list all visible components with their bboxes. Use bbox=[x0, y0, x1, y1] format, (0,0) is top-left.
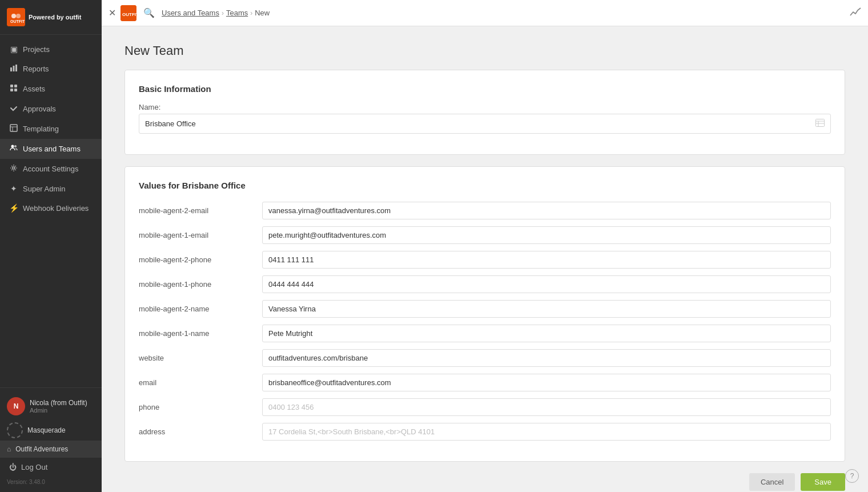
outfit-logo: OUTFIT bbox=[7, 8, 25, 26]
topbar-logo: OUTFIT bbox=[120, 5, 136, 21]
values-input-phone[interactable] bbox=[262, 398, 831, 416]
svg-rect-11 bbox=[10, 125, 17, 131]
svg-rect-6 bbox=[15, 65, 17, 71]
breadcrumb-users-and-teams[interactable]: Users and Teams bbox=[162, 9, 219, 17]
values-val bbox=[262, 325, 831, 342]
super-admin-icon: ✦ bbox=[9, 184, 18, 193]
values-key: address bbox=[139, 427, 253, 436]
svg-rect-10 bbox=[14, 89, 17, 91]
org-name: Outfit Adventures bbox=[15, 445, 68, 453]
values-table: mobile-agent-2-email mobile-agent-1-emai… bbox=[139, 202, 831, 441]
breadcrumb-new: New bbox=[255, 9, 270, 17]
sidebar-item-label: Approvals bbox=[23, 105, 56, 113]
table-icon bbox=[815, 119, 825, 129]
org-icon: ⌂ bbox=[7, 445, 11, 453]
values-input-website[interactable] bbox=[262, 349, 831, 367]
breadcrumb: Users and Teams › Teams › New bbox=[162, 9, 270, 17]
values-val bbox=[262, 226, 831, 244]
values-input-email[interactable] bbox=[262, 374, 831, 391]
user-info: N Nicola (from Outfit) Admin bbox=[0, 393, 102, 420]
values-row: phone bbox=[139, 398, 831, 416]
sidebar-item-label: Assets bbox=[23, 85, 45, 93]
sidebar-item-label: Templating bbox=[23, 125, 59, 133]
outfit-logo-icon: OUTFIT bbox=[7, 8, 25, 26]
values-val bbox=[262, 423, 831, 441]
values-row: mobile-agent-1-name bbox=[139, 325, 831, 342]
topbar-right bbox=[850, 7, 861, 19]
main-area: ✕ OUTFIT 🔍 Users and Teams › Teams › New… bbox=[102, 0, 868, 492]
svg-point-1 bbox=[11, 14, 16, 18]
values-input-mobile-agent-2-email[interactable] bbox=[262, 202, 831, 219]
values-input-mobile-agent-2-name[interactable] bbox=[262, 300, 831, 318]
values-key: mobile-agent-1-email bbox=[139, 231, 253, 239]
cancel-button[interactable]: Cancel bbox=[749, 473, 795, 491]
values-key: website bbox=[139, 354, 253, 362]
values-val bbox=[262, 275, 831, 293]
save-button[interactable]: Save bbox=[801, 473, 845, 491]
values-val bbox=[262, 398, 831, 416]
sidebar: OUTFIT Powered by outfit ▣ Projects Repo… bbox=[0, 0, 102, 492]
close-icon[interactable]: ✕ bbox=[108, 7, 116, 18]
values-input-address[interactable] bbox=[262, 423, 831, 441]
page-title: New Team bbox=[124, 43, 845, 58]
sidebar-item-label: Webhook Deliveries bbox=[23, 204, 89, 213]
masquerade-item[interactable]: Masquerade bbox=[0, 420, 102, 441]
svg-text:OUTFIT: OUTFIT bbox=[10, 19, 25, 23]
sidebar-item-projects[interactable]: ▣ Projects bbox=[0, 39, 102, 59]
sidebar-item-reports[interactable]: Reports bbox=[0, 59, 102, 79]
values-key: mobile-agent-1-phone bbox=[139, 280, 253, 289]
svg-rect-7 bbox=[10, 85, 13, 87]
name-input[interactable] bbox=[145, 119, 815, 128]
analytics-icon[interactable] bbox=[850, 9, 861, 18]
values-key: mobile-agent-2-name bbox=[139, 305, 253, 313]
values-input-mobile-agent-1-phone[interactable] bbox=[262, 275, 831, 293]
values-input-mobile-agent-2-phone[interactable] bbox=[262, 251, 831, 269]
svg-rect-9 bbox=[10, 89, 13, 91]
values-row: mobile-agent-1-email bbox=[139, 226, 831, 244]
values-row: mobile-agent-1-phone bbox=[139, 275, 831, 293]
breadcrumb-sep-2: › bbox=[250, 9, 252, 17]
logout-item[interactable]: ⏻ Log Out bbox=[0, 458, 102, 477]
values-key: mobile-agent-2-email bbox=[139, 206, 253, 215]
sidebar-item-webhook-deliveries[interactable]: ⚡ Webhook Deliveries bbox=[0, 198, 102, 218]
sidebar-item-users-and-teams[interactable]: Users and Teams bbox=[0, 139, 102, 159]
svg-rect-5 bbox=[13, 66, 15, 71]
org-item[interactable]: ⌂ Outfit Adventures bbox=[0, 441, 102, 458]
values-input-mobile-agent-1-name[interactable] bbox=[262, 325, 831, 342]
values-key: mobile-agent-1-name bbox=[139, 329, 253, 338]
sidebar-item-templating[interactable]: Templating bbox=[0, 119, 102, 139]
sidebar-item-label: Reports bbox=[23, 65, 49, 73]
sidebar-item-label: Super Admin bbox=[23, 185, 65, 193]
values-card: Values for Brisbane Office mobile-agent-… bbox=[124, 166, 845, 462]
logout-icon: ⏻ bbox=[9, 463, 17, 471]
logout-label: Log Out bbox=[21, 463, 47, 471]
approvals-icon bbox=[9, 104, 18, 114]
values-key: mobile-agent-2-phone bbox=[139, 255, 253, 264]
sidebar-item-account-settings[interactable]: Account Settings bbox=[0, 159, 102, 179]
name-form-group: Name: bbox=[139, 103, 831, 134]
sidebar-item-approvals[interactable]: Approvals bbox=[0, 99, 102, 119]
topbar: ✕ OUTFIT 🔍 Users and Teams › Teams › New bbox=[102, 0, 868, 26]
sidebar-item-label: Users and Teams bbox=[23, 145, 81, 153]
basic-info-title: Basic Information bbox=[139, 84, 831, 94]
sidebar-item-super-admin[interactable]: ✦ Super Admin bbox=[0, 179, 102, 198]
values-input-mobile-agent-1-email[interactable] bbox=[262, 226, 831, 244]
sidebar-item-label: Account Settings bbox=[23, 165, 79, 173]
sidebar-item-assets[interactable]: Assets bbox=[0, 79, 102, 99]
form-actions: Cancel Save bbox=[124, 473, 845, 491]
avatar: N bbox=[7, 397, 25, 415]
help-icon[interactable]: ? bbox=[845, 469, 859, 483]
search-icon[interactable]: 🔍 bbox=[143, 7, 155, 18]
svg-point-15 bbox=[14, 145, 17, 147]
values-row: mobile-agent-2-phone bbox=[139, 251, 831, 269]
content: New Team Basic Information Name: Values … bbox=[102, 26, 868, 492]
basic-info-card: Basic Information Name: bbox=[124, 70, 845, 155]
sidebar-item-label: Projects bbox=[23, 45, 50, 54]
users-icon bbox=[9, 144, 18, 154]
breadcrumb-sep-1: › bbox=[222, 9, 224, 17]
breadcrumb-teams[interactable]: Teams bbox=[226, 9, 248, 17]
reports-icon bbox=[9, 64, 18, 74]
values-row: email bbox=[139, 374, 831, 391]
svg-point-2 bbox=[16, 14, 21, 18]
settings-icon bbox=[9, 164, 18, 174]
